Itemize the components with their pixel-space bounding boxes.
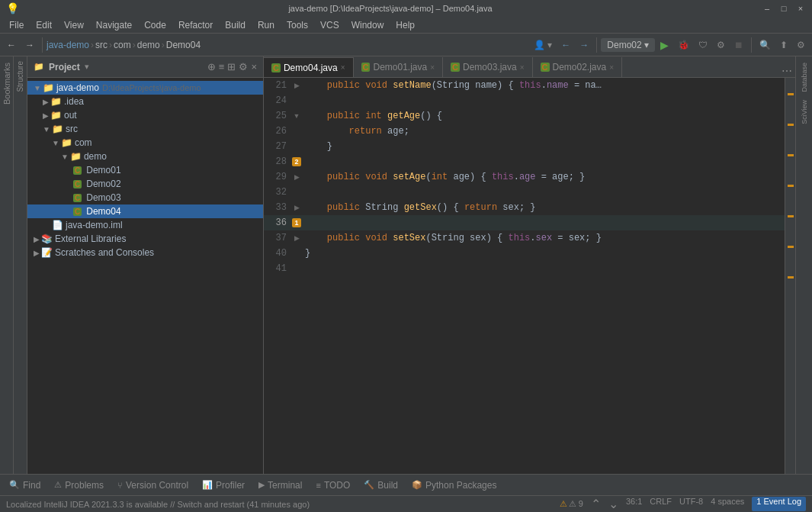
tree-com[interactable]: ▼ 📁 com [27, 136, 263, 150]
tree-scratches[interactable]: ▶ 📝 Scratches and Consoles [27, 246, 263, 259]
menu-refactor[interactable]: Refactor [172, 18, 219, 32]
com-label: com [75, 137, 92, 148]
fold-33[interactable]: ▶ [294, 204, 300, 211]
locate-icon[interactable]: ⊕ [207, 61, 216, 72]
warnings-badge[interactable]: ⚠ ⚠ 9 [560, 497, 583, 511]
gutter-21: ▶ [291, 82, 302, 89]
toolbar-back-btn[interactable]: ← [3, 38, 20, 52]
iml-icon: 📄 [52, 220, 63, 230]
fold-25[interactable]: ▼ [294, 112, 300, 120]
tree-demo02[interactable]: C Demo02 [27, 177, 263, 191]
fold-29[interactable]: ▶ [294, 173, 300, 181]
app-icon: 💡 [6, 2, 19, 14]
menu-view[interactable]: View [58, 18, 90, 32]
menu-vcs[interactable]: VCS [314, 18, 345, 32]
search-button[interactable]: 🔍 [756, 38, 775, 52]
tree-iml[interactable]: 📄 java-demo.iml [27, 218, 263, 232]
find-tool-btn[interactable]: 🔍 Find [3, 478, 47, 492]
collapse-all-icon[interactable]: ≡ [219, 61, 225, 72]
toolbar-forward-btn[interactable]: → [21, 38, 38, 52]
menu-code[interactable]: Code [138, 18, 172, 32]
update-button[interactable]: ⬆ [776, 38, 791, 52]
tabs-overflow-btn[interactable]: ⋯ [782, 65, 792, 77]
maximize-button[interactable]: □ [778, 3, 789, 14]
bc-demo04[interactable]: Demo04 [166, 40, 201, 50]
demo03-tab-close[interactable]: × [520, 63, 525, 72]
tree-demo03[interactable]: C Demo03 [27, 191, 263, 204]
close-button[interactable]: × [795, 3, 806, 14]
idea-arrow: ▶ [43, 98, 49, 106]
bc-java-demo[interactable]: java-demo [47, 40, 89, 50]
python-packages-tool-btn[interactable]: 📦 Python Packages [406, 478, 502, 492]
demo04-tab-close[interactable]: × [341, 63, 345, 72]
menu-edit[interactable]: Edit [30, 18, 58, 32]
menu-build[interactable]: Build [219, 18, 252, 32]
line-row-36: 36 1 [264, 215, 302, 230]
menu-file[interactable]: File [3, 18, 30, 32]
tree-idea[interactable]: ▶ 📁 .idea [27, 95, 263, 108]
encoding[interactable]: UTF-8 [679, 497, 703, 511]
event-log-btn[interactable]: 1 Event Log [752, 497, 806, 511]
coverage-button[interactable]: 🛡 [695, 38, 711, 52]
nav-arrows[interactable]: ⌃ [591, 497, 601, 511]
todo-tool-btn[interactable]: ≡ TODO [310, 478, 356, 492]
bc-demo[interactable]: demo [137, 40, 160, 50]
nav-arrows-down[interactable]: ⌄ [608, 497, 618, 511]
indent[interactable]: 4 spaces [711, 497, 744, 511]
tree-root[interactable]: ▼ 📁 java-demo D:\IdeaProjects\java-demo [27, 81, 263, 95]
navigate-back[interactable]: ← [557, 38, 574, 52]
database-icon[interactable]: Database [799, 60, 810, 95]
run-config-dropdown[interactable]: Demo02 ▾ [601, 38, 655, 52]
tree-demo01[interactable]: C Demo01 [27, 163, 263, 177]
project-dropdown-icon[interactable]: ▾ [85, 62, 89, 72]
menu-tools[interactable]: Tools [281, 18, 314, 32]
hide-icon[interactable]: × [251, 61, 257, 72]
scrollbar-area[interactable] [785, 78, 795, 474]
problems-tool-btn[interactable]: ⚠ Problems [48, 478, 110, 492]
build-button[interactable]: ⚙ [713, 38, 729, 52]
tree-ext-libs[interactable]: ▶ 📚 External Libraries [27, 232, 263, 246]
run-button[interactable]: ▶ [656, 37, 672, 53]
menu-navigate[interactable]: Navigate [90, 18, 138, 32]
profiler-tool-btn[interactable]: 📊 Profiler [196, 478, 251, 492]
filter-icon[interactable]: ⊞ [227, 61, 236, 72]
scratches-arrow: ▶ [34, 249, 40, 257]
line-num-21: 21 [264, 80, 291, 91]
code-content[interactable]: public void setName ( String name) { thi… [302, 78, 785, 474]
demo02-tab-close[interactable]: × [609, 63, 614, 72]
ext-libs-arrow: ▶ [34, 235, 40, 243]
navigate-fwd[interactable]: → [576, 38, 592, 52]
bc-src[interactable]: src [95, 40, 108, 50]
menu-window[interactable]: Window [345, 18, 390, 32]
tab-demo04[interactable]: C Demo04.java × [264, 57, 354, 77]
menu-run[interactable]: Run [252, 18, 281, 32]
fold-37[interactable]: ▶ [294, 234, 300, 242]
bc-com[interactable]: com [114, 40, 131, 50]
tree-demo04[interactable]: C Demo04 [27, 204, 263, 218]
tree-out[interactable]: ▶ 📁 out [27, 108, 263, 122]
cursor-position[interactable]: 36:1 [626, 497, 642, 511]
settings-icon[interactable]: ⚙ [239, 61, 248, 72]
vcs-tool-btn[interactable]: ⑂ Version Control [111, 478, 194, 492]
minimize-button[interactable]: – [762, 3, 772, 14]
tab-demo02[interactable]: C Demo02.java × [533, 57, 623, 77]
settings-button[interactable]: ⚙ [793, 38, 809, 52]
stop-button[interactable]: ⏹ [730, 38, 747, 52]
menu-help[interactable]: Help [390, 18, 421, 32]
tab-demo03[interactable]: C Demo03.java × [443, 57, 533, 77]
tree-src[interactable]: ▼ 📁 src [27, 122, 263, 136]
fold-21[interactable]: ▶ [294, 82, 300, 89]
bookmarks-label[interactable]: Bookmarks [1, 56, 13, 111]
tree-demo[interactable]: ▼ 📁 demo [27, 150, 263, 163]
debug-button[interactable]: 🐞 [674, 38, 693, 52]
structure-icon[interactable]: Structure [14, 56, 26, 97]
line-ending[interactable]: CRLF [650, 497, 672, 511]
sciview-icon[interactable]: SciView [799, 97, 810, 127]
terminal-tool-btn[interactable]: ▶ Terminal [252, 478, 308, 492]
tab-demo01[interactable]: C Demo01.java × [354, 57, 444, 77]
menu-bar: File Edit View Navigate Code Refactor Bu… [0, 17, 812, 34]
account-icon[interactable]: 👤 ▾ [530, 38, 556, 52]
line-row-25: 25 ▼ [264, 108, 302, 124]
demo01-tab-close[interactable]: × [430, 63, 435, 72]
build-tool-btn[interactable]: 🔨 Build [358, 478, 404, 492]
